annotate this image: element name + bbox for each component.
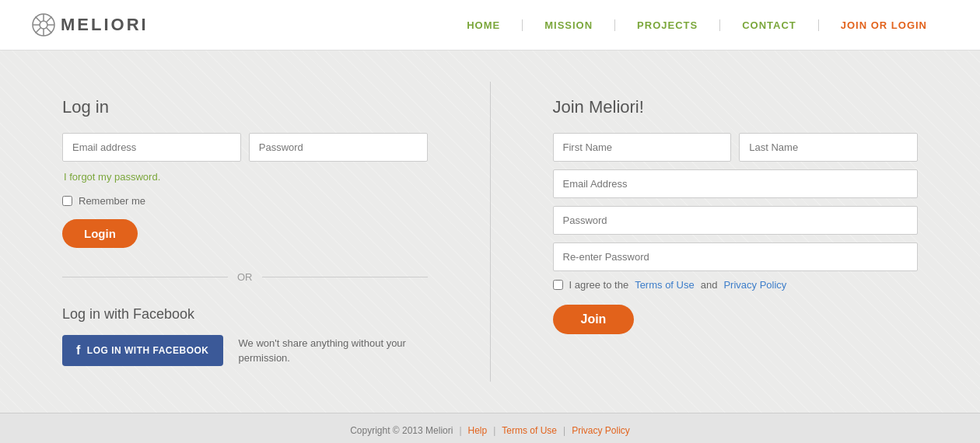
facebook-icon: f [76, 344, 81, 358]
nav-contact[interactable]: CONTACT [720, 19, 819, 31]
remember-row: Remember me [62, 195, 428, 207]
login-title: Log in [62, 97, 428, 117]
logo[interactable]: MELIORI [31, 12, 149, 37]
forgot-password-link[interactable]: I forgot my password. [64, 171, 428, 183]
footer-terms-link[interactable]: Terms of Use [502, 425, 557, 436]
svg-line-8 [47, 17, 52, 23]
remember-checkbox[interactable] [62, 196, 72, 206]
login-panel: Log in I forgot my password. Remember me… [0, 82, 491, 382]
facebook-button-label: LOG IN WITH FACEBOOK [87, 345, 209, 356]
join-email-wrap [553, 169, 919, 198]
footer-copyright: Copyright © 2013 Meliori [350, 425, 453, 436]
facebook-section-title: Log in with Facebook [62, 306, 428, 323]
nav-projects[interactable]: PROJECTS [615, 19, 720, 31]
footer: Copyright © 2013 Meliori | Help | Terms … [0, 413, 980, 443]
terms-and: and [701, 279, 718, 291]
main-content: Log in I forgot my password. Remember me… [0, 51, 980, 413]
or-text: OR [228, 271, 262, 283]
terms-checkbox[interactable] [553, 280, 563, 290]
name-row [553, 133, 919, 162]
join-reenter-wrap [553, 242, 919, 271]
terms-of-use-link[interactable]: Terms of Use [635, 279, 695, 291]
terms-row: I agree to the Terms of Use and Privacy … [553, 279, 919, 291]
footer-links: Copyright © 2013 Meliori | Help | Terms … [350, 425, 630, 436]
svg-line-7 [47, 28, 52, 33]
logo-icon [31, 12, 56, 37]
nav-join-login[interactable]: JOIN OR LOGIN [819, 19, 949, 31]
footer-sep-1: | [459, 425, 461, 436]
facebook-login-button[interactable]: f LOG IN WITH FACEBOOK [62, 335, 223, 366]
svg-line-6 [36, 17, 41, 23]
join-title: Join Meliori! [553, 97, 919, 117]
join-panel: Join Meliori! I agree to the Terms of Us… [491, 82, 981, 382]
join-password-wrap [553, 206, 919, 235]
email-input[interactable] [62, 133, 241, 162]
svg-point-1 [40, 21, 47, 29]
join-email-input[interactable] [553, 169, 919, 198]
join-reenter-input[interactable] [553, 242, 919, 271]
nav: HOME MISSION PROJECTS CONTACT JOIN OR LO… [445, 19, 949, 31]
facebook-row: f LOG IN WITH FACEBOOK We won't share an… [62, 335, 428, 366]
or-divider: OR [62, 271, 428, 283]
login-button[interactable]: Login [62, 219, 138, 248]
nav-home[interactable]: HOME [445, 19, 523, 31]
remember-label: Remember me [79, 195, 145, 207]
join-password-input[interactable] [553, 206, 919, 235]
svg-line-9 [36, 28, 41, 33]
terms-before: I agree to the [569, 279, 629, 291]
facebook-note: We won't share anything without your per… [239, 336, 428, 366]
last-name-input[interactable] [739, 133, 918, 162]
nav-mission[interactable]: MISSION [523, 19, 615, 31]
header: MELIORI HOME MISSION PROJECTS CONTACT JO… [0, 0, 980, 51]
logo-text: MELIORI [61, 15, 149, 35]
footer-sep-2: | [493, 425, 495, 436]
privacy-policy-link[interactable]: Privacy Policy [723, 279, 786, 291]
footer-privacy-link[interactable]: Privacy Policy [572, 425, 630, 436]
join-button[interactable]: Join [553, 305, 635, 334]
footer-help-link[interactable]: Help [468, 425, 488, 436]
password-input[interactable] [249, 133, 428, 162]
login-credentials-row [62, 133, 428, 162]
footer-sep-3: | [563, 425, 565, 436]
first-name-input[interactable] [553, 133, 732, 162]
